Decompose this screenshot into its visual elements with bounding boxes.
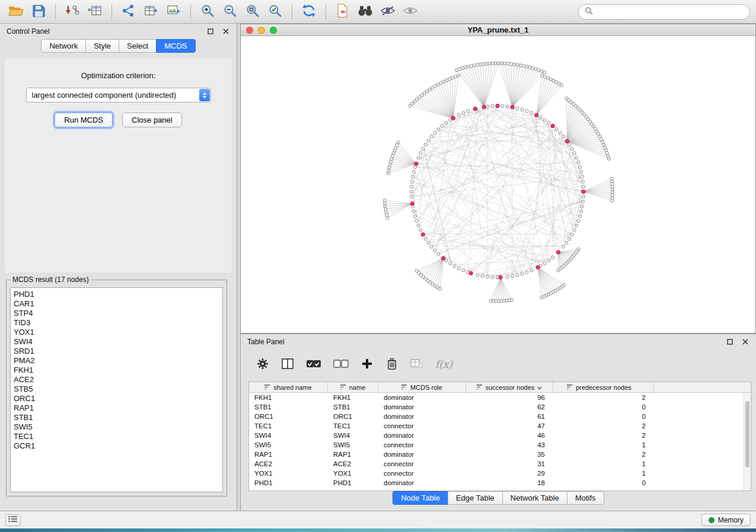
- create-column-button[interactable]: [361, 357, 374, 371]
- import-network-icon: [65, 4, 79, 19]
- node-table-header: shared name name MCDS role successor nod…: [249, 382, 751, 393]
- export-image-button[interactable]: [164, 3, 184, 21]
- close-panel-button[interactable]: [222, 27, 230, 36]
- column-header-shared-name[interactable]: shared name: [249, 382, 328, 392]
- mcds-result-item[interactable]: CAR1: [14, 299, 219, 309]
- column-header-filler: [654, 382, 751, 392]
- mcds-result-item[interactable]: YOX1: [14, 328, 219, 337]
- clone-network-button[interactable]: [333, 3, 353, 21]
- mcds-result-item[interactable]: GCR1: [14, 441, 219, 451]
- deselect-all-button[interactable]: [333, 357, 349, 371]
- select-stepper-icon: [199, 89, 210, 101]
- desktop-wallpaper-strip: [0, 528, 756, 532]
- table-row[interactable]: ACE2ACE2connector311: [249, 459, 751, 469]
- table-cell: RAP1: [328, 451, 378, 458]
- table-cell: TEC1: [328, 422, 378, 430]
- import-network-button[interactable]: [62, 3, 82, 21]
- mcds-result-item[interactable]: SWI4: [14, 337, 219, 347]
- zoom-selected-button[interactable]: [265, 3, 285, 21]
- delete-column-button[interactable]: [385, 357, 398, 371]
- control-panel-header: Control Panel: [0, 24, 237, 39]
- mcds-result-title: MCDS result (17 nodes): [10, 275, 91, 284]
- show-columns-button[interactable]: [281, 357, 294, 371]
- mcds-result-item[interactable]: STB1: [14, 413, 219, 422]
- search-network-button[interactable]: [355, 3, 375, 21]
- table-row[interactable]: FKH1FKH1dominator962: [249, 393, 751, 402]
- table-row[interactable]: TEC1TEC1connector472: [249, 421, 751, 431]
- column-header-predecessor-nodes[interactable]: predecessor nodes: [553, 382, 654, 392]
- table-cell: 2: [553, 394, 654, 401]
- tab-node-table[interactable]: Node Table: [393, 491, 448, 505]
- tab-motifs[interactable]: Motifs: [567, 491, 604, 505]
- table-scrollbar-thumb[interactable]: [745, 401, 749, 467]
- network-canvas[interactable]: [241, 37, 755, 333]
- column-header-successor-nodes[interactable]: successor nodes: [466, 382, 553, 392]
- tab-network[interactable]: Network: [41, 39, 85, 53]
- float-panel-button[interactable]: [206, 27, 215, 36]
- mcds-result-item[interactable]: PMA2: [14, 356, 219, 366]
- search-input[interactable]: [596, 7, 744, 16]
- refresh-layout-button[interactable]: [299, 3, 319, 21]
- show-panels-button[interactable]: [5, 514, 21, 526]
- zoom-in-button[interactable]: [197, 3, 218, 21]
- zoom-fit-button[interactable]: [243, 3, 263, 21]
- mcds-result-fieldset: MCDS result (17 nodes) PHD1CAR1STP4TID3Y…: [6, 275, 227, 496]
- table-tabs: Node Table Edge Table Network Table Moti…: [241, 491, 756, 505]
- mcds-result-item[interactable]: SRD1: [14, 347, 219, 356]
- table-cell: 61: [466, 413, 553, 420]
- table-settings-button[interactable]: [256, 357, 269, 371]
- maximize-window-button[interactable]: [270, 27, 277, 34]
- tab-network-table[interactable]: Network Table: [502, 491, 567, 505]
- mcds-result-item[interactable]: TEC1: [14, 432, 219, 441]
- table-row[interactable]: ORC1ORC1dominator610: [249, 412, 751, 421]
- tab-edge-table[interactable]: Edge Table: [448, 491, 502, 505]
- float-table-panel-button[interactable]: [726, 338, 734, 346]
- column-header-name[interactable]: name: [328, 382, 378, 392]
- table-row[interactable]: STB1STB1dominator620: [249, 402, 751, 412]
- mcds-result-item[interactable]: STB5: [14, 384, 219, 394]
- table-row[interactable]: RAP1RAP1dominator352: [249, 450, 751, 459]
- mcds-result-list[interactable]: PHD1CAR1STP4TID3YOX1SWI4SRD1PMA2FKH1ACE2…: [10, 287, 223, 492]
- hide-details-button[interactable]: [378, 3, 398, 21]
- select-all-button[interactable]: [306, 357, 321, 371]
- run-mcds-button[interactable]: Run MCDS: [55, 113, 113, 127]
- fx-icon: f(x): [435, 358, 452, 370]
- node-table: shared name name MCDS role successor nod…: [248, 382, 751, 491]
- table-cell: 0: [553, 403, 654, 411]
- import-table-icon: [88, 4, 102, 19]
- mcds-result-item[interactable]: SWI5: [14, 422, 219, 432]
- table-cell: connector: [378, 441, 466, 448]
- new-network-button[interactable]: [119, 3, 139, 21]
- mcds-result-item[interactable]: ORC1: [14, 394, 219, 403]
- minimize-window-button[interactable]: [258, 27, 265, 34]
- show-details-button[interactable]: [400, 3, 420, 21]
- table-cell: SWI4: [249, 432, 328, 439]
- close-mcds-panel-button[interactable]: Close panel: [122, 113, 182, 127]
- open-session-button[interactable]: [6, 3, 26, 21]
- optimization-criterion-select[interactable]: largest connected component (undirected): [26, 88, 211, 102]
- memory-button[interactable]: Memory: [701, 514, 751, 526]
- save-session-button[interactable]: [28, 3, 49, 21]
- new-table-button[interactable]: [141, 3, 161, 21]
- table-scrollbar[interactable]: [744, 393, 751, 491]
- tab-style[interactable]: Style: [85, 39, 119, 53]
- sort-icon: [264, 384, 270, 391]
- mcds-result-item[interactable]: FKH1: [14, 366, 219, 375]
- table-row[interactable]: YOX1YOX1connector291: [249, 469, 751, 478]
- toolbar-separator: [326, 4, 326, 20]
- table-row[interactable]: SWI5SWI5connector431: [249, 440, 751, 450]
- table-row[interactable]: SWI4SWI4dominator462: [249, 431, 751, 440]
- zoom-out-button[interactable]: [220, 3, 240, 21]
- mcds-result-item[interactable]: TID3: [14, 318, 219, 328]
- mcds-result-item[interactable]: RAP1: [14, 403, 219, 413]
- column-header-mcds-role[interactable]: MCDS role: [378, 382, 466, 392]
- mcds-result-item[interactable]: ACE2: [14, 375, 219, 384]
- mcds-result-item[interactable]: STP4: [14, 309, 219, 318]
- import-table-button[interactable]: [85, 3, 105, 21]
- close-window-button[interactable]: [246, 27, 253, 34]
- table-row[interactable]: PHD1PHD1dominator180: [249, 478, 751, 488]
- close-table-panel-button[interactable]: [741, 338, 749, 346]
- mcds-result-item[interactable]: PHD1: [14, 290, 219, 299]
- tab-select[interactable]: Select: [119, 39, 156, 53]
- tab-mcds[interactable]: MCDS: [156, 39, 195, 53]
